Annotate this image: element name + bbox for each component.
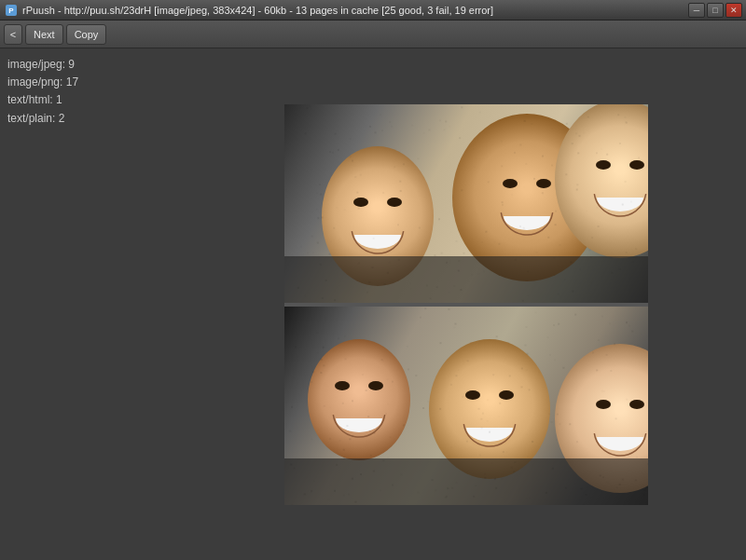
image-display [284, 104, 648, 505]
window-title: rPuush - http://puu.sh/23drH [image/jpeg… [22, 5, 493, 16]
next-button[interactable]: Next [25, 24, 63, 45]
copy-button[interactable]: Copy [66, 24, 107, 45]
svg-text:P: P [8, 7, 14, 15]
app-icon: P [4, 3, 19, 18]
title-left: P rPuush - http://puu.sh/23drH [image/jp… [4, 3, 493, 18]
stat-item: text/plain: 2 [7, 110, 179, 128]
image-area [186, 48, 746, 560]
sidebar: image/jpeg: 9image/png: 17text/html: 1te… [0, 48, 186, 560]
stats-list: image/jpeg: 9image/png: 17text/html: 1te… [7, 56, 179, 128]
stat-item: image/png: 17 [7, 74, 179, 91]
prev-button[interactable]: < [4, 24, 22, 45]
toolbar: < Next Copy [0, 20, 746, 48]
close-button[interactable]: ✕ [725, 3, 742, 18]
stat-item: image/jpeg: 9 [7, 56, 179, 74]
title-bar: P rPuush - http://puu.sh/23drH [image/jp… [0, 0, 746, 20]
maximize-button[interactable]: □ [707, 3, 724, 18]
minimize-button[interactable]: ─ [688, 3, 705, 18]
title-controls: ─ □ ✕ [688, 3, 742, 18]
main-content: image/jpeg: 9image/png: 17text/html: 1te… [0, 48, 746, 560]
stat-item: text/html: 1 [7, 91, 179, 109]
